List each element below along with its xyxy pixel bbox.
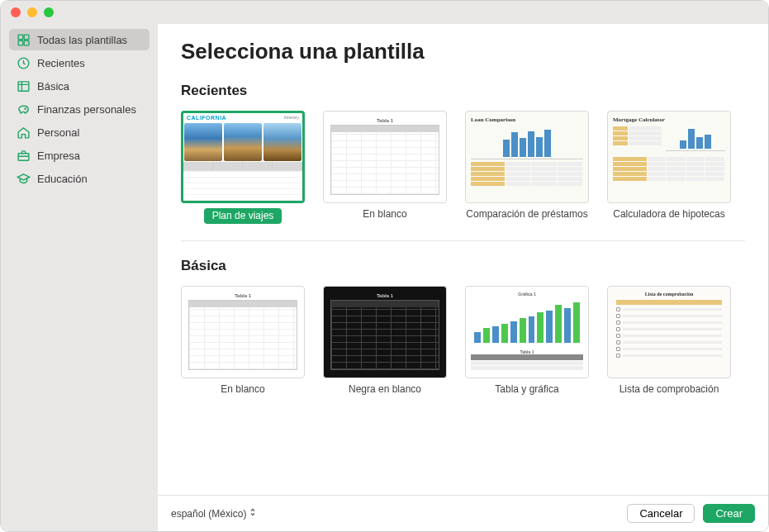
sidebar-item-all-templates[interactable]: Todas las plantillas [9,29,150,50]
sidebar-item-label: Todas las plantillas [37,34,127,46]
sidebar-item-personal[interactable]: Personal [9,121,150,143]
svg-rect-0 [18,35,23,40]
clock-icon [16,55,31,70]
thumb-label: Tabla 1 [330,293,439,298]
sidebar-item-label: Empresa [37,150,80,162]
thumb-subheading: Itinerary [284,115,299,121]
thumb-heading: Loan Comparison [471,116,583,123]
language-selector[interactable]: español (México) [171,507,256,520]
svg-point-6 [25,108,26,109]
template-travel-plan[interactable]: CALIFORNIA Itinerary [181,111,305,224]
template-thumbnail: Gráfica 1 Tabla 1 [465,286,589,378]
template-thumbnail: Mortgage Calculator [607,111,731,203]
template-thumbnail: Loan Comparison [465,111,589,203]
svg-rect-2 [18,40,23,45]
thumb-label: Tabla 1 [188,293,297,298]
footer-buttons: Cancelar Crear [627,504,755,523]
template-label: Lista de comprobación [619,383,719,396]
thumb-heading: CALIFORNIA [187,115,226,121]
sidebar-item-label: Personal [37,126,79,139]
template-blank-black[interactable]: Tabla 1 Negra en blanco [323,286,447,396]
sidebar: Todas las plantillas Recientes Básica Fi… [1,24,158,531]
chevron-up-down-icon [249,507,256,520]
minimize-window-button[interactable] [27,7,37,17]
template-label: En blanco [363,208,406,221]
template-row-recents: CALIFORNIA Itinerary [181,111,745,234]
template-mortgage-calculator[interactable]: Mortgage Calculator [607,111,731,224]
templates-grid-icon [16,32,31,47]
sidebar-item-personal-finance[interactable]: Finanzas personales [9,98,150,120]
template-blank-basic[interactable]: Tabla 1 En blanco [181,286,305,396]
graduation-cap-icon [16,171,31,186]
create-button[interactable]: Crear [703,504,755,523]
spreadsheet-icon [16,78,31,93]
template-label: Comparación de préstamos [466,208,587,221]
content-scroll[interactable]: Selecciona una plantilla Recientes CALIF… [158,24,768,495]
body-area: Todas las plantillas Recientes Básica Fi… [1,24,768,531]
template-loan-comparison[interactable]: Loan Comparison [465,111,589,224]
svg-rect-1 [24,35,29,40]
section-basic: Básica Tabla 1 En blanco Tabla 1 [181,258,745,412]
svg-rect-3 [24,40,29,45]
sidebar-item-label: Finanzas personales [37,103,136,116]
language-label: español (México) [171,508,246,520]
footer: español (México) Cancelar Crear [158,495,768,531]
template-checklist[interactable]: Lista de comprobación [607,286,731,396]
template-label: Tabla y gráfica [495,383,558,396]
section-title: Básica [181,258,745,274]
template-label: En blanco [221,383,264,396]
template-thumbnail: Tabla 1 [181,286,305,378]
template-table-chart[interactable]: Gráfica 1 Tabla 1 [465,286,589,396]
cancel-button[interactable]: Cancelar [627,504,695,523]
thumb-heading: Mortgage Calculator [613,116,725,123]
sidebar-item-recents[interactable]: Recientes [9,52,150,74]
template-blank[interactable]: Tabla 1 En blanco [323,111,447,224]
titlebar [1,1,768,24]
sidebar-item-basic[interactable]: Básica [9,75,150,97]
template-label: Calculadora de hipotecas [613,208,724,221]
svg-rect-5 [18,81,29,90]
template-thumbnail: Tabla 1 [323,111,447,203]
page-title: Selecciona una plantilla [181,39,768,64]
main-panel: Selecciona una plantilla Recientes CALIF… [158,24,768,531]
sidebar-item-business[interactable]: Empresa [9,145,150,166]
house-icon [16,125,31,140]
section-recents: Recientes CALIFORNIA Itinerary [181,83,745,241]
sidebar-item-label: Recientes [37,57,85,69]
template-label: Negra en blanco [349,383,421,396]
sidebar-item-education[interactable]: Educación [9,168,150,189]
template-thumbnail: Lista de comprobación [607,286,731,378]
maximize-window-button[interactable] [44,7,54,17]
sidebar-item-label: Básica [37,80,69,93]
section-title: Recientes [181,83,745,99]
piggy-bank-icon [16,102,31,116]
template-row-basic: Tabla 1 En blanco Tabla 1 Negra en blanc… [181,286,745,406]
template-thumbnail: CALIFORNIA Itinerary [181,111,305,203]
thumb-heading: Lista de comprobación [616,292,722,297]
template-label: Plan de viajes [204,208,282,224]
close-window-button[interactable] [11,7,21,17]
sidebar-item-label: Educación [37,173,88,185]
thumb-label: Tabla 1 [330,118,439,123]
template-thumbnail: Tabla 1 [323,286,447,378]
svg-rect-7 [18,153,29,160]
template-chooser-window: Todas las plantillas Recientes Básica Fi… [0,0,769,532]
briefcase-icon [16,148,31,163]
